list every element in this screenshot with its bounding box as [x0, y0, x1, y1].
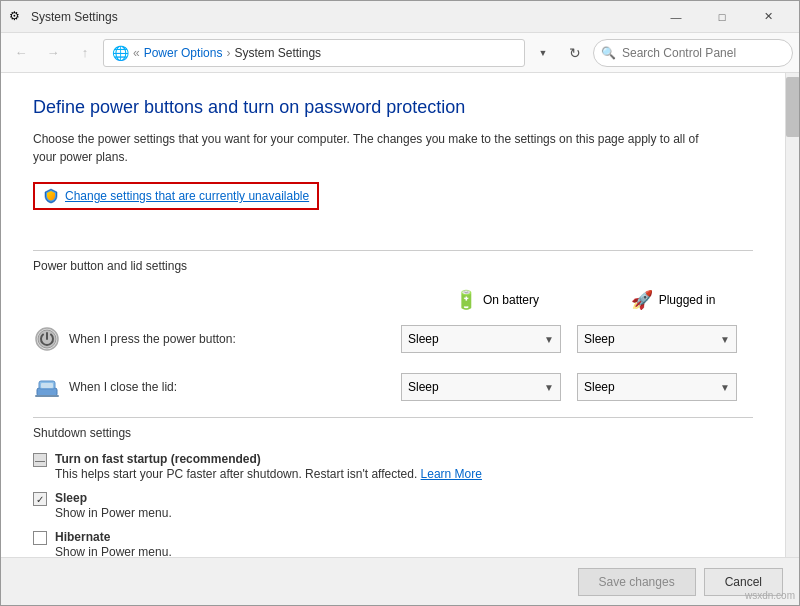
- save-changes-button[interactable]: Save changes: [578, 568, 696, 596]
- fast-startup-row: — Turn on fast startup (recommended) Thi…: [33, 452, 753, 481]
- breadcrumb-separator1: «: [133, 46, 140, 60]
- sleep-sub: Show in Power menu.: [55, 506, 172, 520]
- main-window: ⚙ System Settings — □ ✕ ← → ↑ 🌐 « Power …: [0, 0, 800, 606]
- hibernate-content: Hibernate Show in Power menu.: [55, 530, 172, 557]
- breadcrumb-icon: 🌐: [112, 45, 129, 61]
- power-button-plugged-value: Sleep: [584, 332, 615, 346]
- power-button-battery-value: Sleep: [408, 332, 439, 346]
- fast-startup-sub: This helps start your PC faster after sh…: [55, 467, 482, 481]
- minimize-button[interactable]: —: [653, 1, 699, 33]
- shutdown-section-title: Shutdown settings: [33, 426, 753, 440]
- svg-rect-5: [35, 395, 59, 397]
- power-icon-svg: [34, 326, 60, 352]
- address-breadcrumb-bar: 🌐 « Power Options › System Settings: [103, 39, 525, 67]
- change-settings-link[interactable]: Change settings that are currently unava…: [33, 182, 319, 210]
- column-headers: 🔋 On battery 🚀 Plugged in: [33, 289, 753, 311]
- battery-column-header: 🔋 On battery: [417, 289, 577, 311]
- content-wrapper: Define power buttons and turn on passwor…: [1, 73, 799, 557]
- close-lid-icon: [33, 373, 61, 401]
- sleep-label: Sleep: [55, 491, 172, 505]
- close-lid-battery-value: Sleep: [408, 380, 439, 394]
- dropdown-arrow-3: ▼: [544, 382, 554, 393]
- fast-startup-checkbox[interactable]: —: [33, 453, 47, 467]
- learn-more-link[interactable]: Learn More: [421, 467, 482, 481]
- breadcrumb-system-settings: System Settings: [234, 46, 321, 60]
- dropdown-arrow-1: ▼: [544, 334, 554, 345]
- dropdown-arrow-2: ▼: [720, 334, 730, 345]
- refresh-button[interactable]: ↻: [561, 39, 589, 67]
- section-divider-1: [33, 250, 753, 251]
- lid-icon-svg: [34, 374, 60, 400]
- plug-icon: 🚀: [631, 289, 653, 311]
- battery-icon: 🔋: [455, 289, 477, 311]
- power-button-battery-select[interactable]: Sleep ▼: [401, 325, 561, 353]
- dropdown-arrow-4: ▼: [720, 382, 730, 393]
- close-lid-row: When I close the lid: Sleep ▼ Sleep ▼: [33, 369, 753, 405]
- hibernate-checkbox[interactable]: [33, 531, 47, 545]
- page-description: Choose the power settings that you want …: [33, 130, 713, 166]
- scrollbar-thumb[interactable]: [786, 77, 799, 137]
- power-button-icon: [33, 325, 61, 353]
- title-bar: ⚙ System Settings — □ ✕: [1, 1, 799, 33]
- breadcrumb-power-options[interactable]: Power Options: [144, 46, 223, 60]
- window-title: System Settings: [31, 10, 653, 24]
- sleep-row: ✓ Sleep Show in Power menu.: [33, 491, 753, 520]
- hibernate-label: Hibernate: [55, 530, 172, 544]
- window-icon: ⚙: [9, 9, 25, 25]
- change-settings-text: Change settings that are currently unava…: [65, 189, 309, 203]
- address-bar: ← → ↑ 🌐 « Power Options › System Setting…: [1, 33, 799, 73]
- bottom-bar: Save changes Cancel: [1, 557, 799, 605]
- search-wrapper: 🔍: [593, 39, 793, 67]
- shield-icon: [43, 188, 59, 204]
- window-controls: — □ ✕: [653, 1, 791, 33]
- battery-label: On battery: [483, 293, 539, 307]
- watermark: wsxdn.com: [745, 590, 795, 601]
- up-button[interactable]: ↑: [71, 39, 99, 67]
- hibernate-row: Hibernate Show in Power menu.: [33, 530, 753, 557]
- sleep-checkbox[interactable]: ✓: [33, 492, 47, 506]
- hibernate-sub: Show in Power menu.: [55, 545, 172, 557]
- close-lid-battery-select[interactable]: Sleep ▼: [401, 373, 561, 401]
- change-settings-box: Change settings that are currently unava…: [33, 182, 753, 230]
- section-divider-2: [33, 417, 753, 418]
- page-title: Define power buttons and turn on passwor…: [33, 97, 753, 118]
- close-lid-plugged-value: Sleep: [584, 380, 615, 394]
- back-button[interactable]: ←: [7, 39, 35, 67]
- sleep-content: Sleep Show in Power menu.: [55, 491, 172, 520]
- plugged-column-header: 🚀 Plugged in: [593, 289, 753, 311]
- maximize-button[interactable]: □: [699, 1, 745, 33]
- svg-rect-4: [41, 383, 53, 388]
- fast-startup-content: Turn on fast startup (recommended) This …: [55, 452, 482, 481]
- power-button-label: When I press the power button:: [69, 332, 401, 346]
- close-lid-label: When I close the lid:: [69, 380, 401, 394]
- main-content: Define power buttons and turn on passwor…: [1, 73, 785, 557]
- power-button-row: When I press the power button: Sleep ▼ S…: [33, 321, 753, 357]
- close-lid-plugged-select[interactable]: Sleep ▼: [577, 373, 737, 401]
- plugged-label: Plugged in: [659, 293, 716, 307]
- fast-startup-label: Turn on fast startup (recommended): [55, 452, 482, 466]
- power-button-section-title: Power button and lid settings: [33, 259, 753, 273]
- scrollbar-track[interactable]: [785, 73, 799, 557]
- power-button-plugged-select[interactable]: Sleep ▼: [577, 325, 737, 353]
- breadcrumb-arrow: ›: [226, 46, 230, 60]
- address-dropdown-button[interactable]: ▼: [529, 39, 557, 67]
- close-button[interactable]: ✕: [745, 1, 791, 33]
- forward-button[interactable]: →: [39, 39, 67, 67]
- search-input[interactable]: [593, 39, 793, 67]
